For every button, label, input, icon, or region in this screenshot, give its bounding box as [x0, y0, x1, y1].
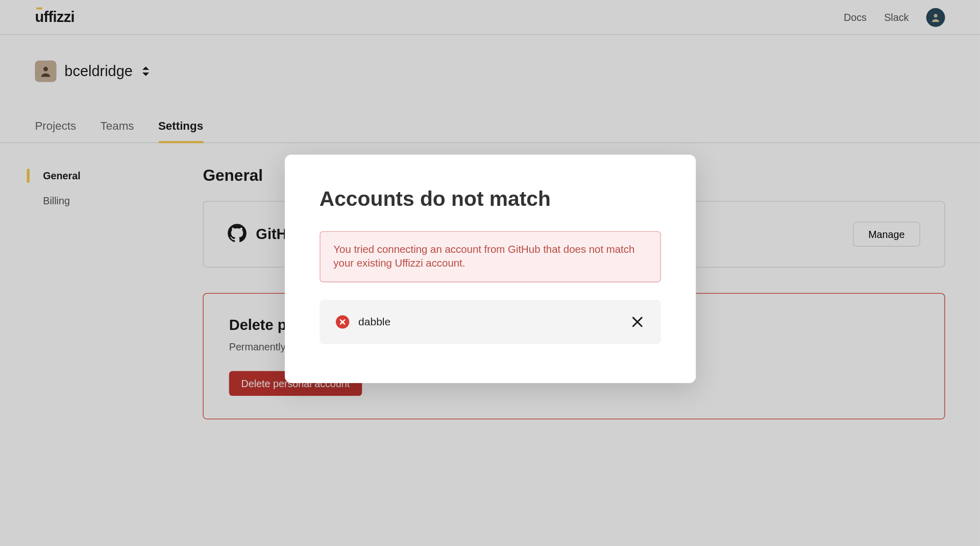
modal-title: Accounts do not match: [320, 187, 660, 211]
mismatched-account-name: dabble: [358, 316, 390, 328]
mismatched-account-row: dabble: [320, 300, 660, 344]
accounts-mismatch-modal: Accounts do not match You tried connecti…: [284, 155, 695, 383]
close-icon[interactable]: [630, 315, 645, 329]
error-banner: You tried connecting an account from Git…: [320, 231, 660, 282]
error-icon: [335, 315, 349, 328]
modal-overlay[interactable]: Accounts do not match You tried connecti…: [0, 0, 980, 546]
